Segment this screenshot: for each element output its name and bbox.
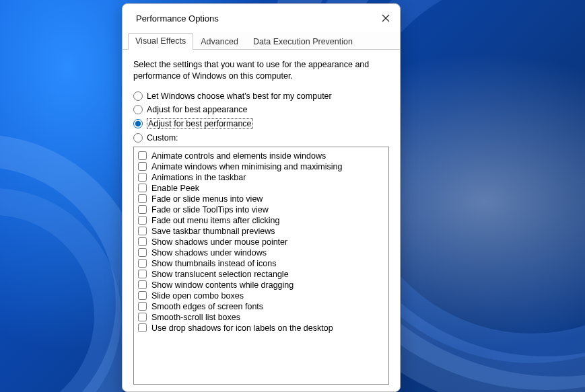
option-translucent-selection[interactable]: Show translucent selection rectangle [138, 269, 384, 280]
radio-let-windows[interactable]: Let Windows choose what's best for my co… [133, 91, 389, 101]
radio-let-windows-input[interactable] [133, 91, 143, 101]
effects-listbox[interactable]: Animate controls and elements inside win… [133, 147, 389, 385]
description-text: Select the settings that you want to use… [133, 59, 376, 82]
titlebar[interactable]: Performance Options [123, 4, 400, 32]
radio-best-appearance[interactable]: Adjust for best appearance [133, 105, 389, 114]
option-fade-out-menu[interactable]: Fade out menu items after clicking [138, 215, 384, 226]
radio-best-performance-label: Adjust for best performance [147, 118, 253, 129]
tab-advanced[interactable]: Advanced [193, 34, 246, 50]
option-fade-menus[interactable]: Fade or slide menus into view [138, 194, 384, 204]
radio-best-performance[interactable]: Adjust for best performance [133, 118, 389, 129]
option-animations-taskbar[interactable]: Animations in the taskbar [138, 172, 384, 183]
radio-best-appearance-label: Adjust for best appearance [147, 105, 247, 114]
option-animate-controls[interactable]: Animate controls and elements inside win… [138, 151, 384, 161]
performance-options-dialog: Performance Options Visual Effects Advan… [122, 3, 401, 392]
close-button[interactable] [376, 8, 396, 28]
option-smooth-scroll[interactable]: Smooth-scroll list boxes [138, 312, 384, 323]
tab-bar: Visual Effects Advanced Data Execution P… [123, 32, 400, 50]
close-icon [382, 14, 390, 22]
option-enable-peek[interactable]: Enable Peek [138, 183, 384, 194]
dialog-title: Performance Options [132, 13, 219, 24]
option-thumbnails-icons[interactable]: Show thumbnails instead of icons [138, 258, 384, 269]
option-save-taskbar-thumbs[interactable]: Save taskbar thumbnail previews [138, 226, 384, 237]
radio-custom-input[interactable] [133, 133, 143, 143]
option-slide-combo[interactable]: Slide open combo boxes [138, 290, 384, 301]
radio-best-appearance-input[interactable] [133, 105, 143, 114]
option-animate-windows[interactable]: Animate windows when minimising and maxi… [138, 161, 384, 172]
option-shadows-windows[interactable]: Show shadows under windows [138, 247, 384, 258]
option-drop-shadows-desktop[interactable]: Use drop shadows for icon labels on the … [138, 323, 384, 334]
tab-dep[interactable]: Data Execution Prevention [246, 34, 360, 50]
option-smooth-fonts[interactable]: Smooth edges of screen fonts [138, 301, 384, 312]
tab-content: Select the settings that you want to use… [123, 50, 400, 391]
option-shadows-mouse[interactable]: Show shadows under mouse pointer [138, 237, 384, 247]
radio-best-performance-input[interactable] [133, 119, 143, 128]
radio-let-windows-label: Let Windows choose what's best for my co… [147, 91, 332, 101]
tab-visual-effects[interactable]: Visual Effects [128, 33, 193, 50]
radio-custom[interactable]: Custom: [133, 133, 389, 143]
option-window-contents-drag[interactable]: Show window contents while dragging [138, 280, 384, 290]
option-fade-tooltips[interactable]: Fade or slide ToolTips into view [138, 204, 384, 215]
radio-custom-label: Custom: [147, 133, 178, 143]
